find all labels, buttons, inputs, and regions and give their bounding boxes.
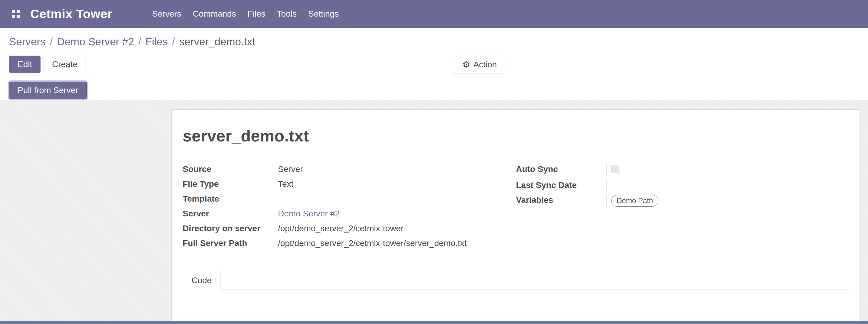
field-label-directory: Directory on server [183,223,278,234]
field-row-file-type: File Type Text [183,179,516,190]
field-label-last-sync-date: Last Sync Date [516,180,607,191]
menu-item-files[interactable]: Files [242,0,271,28]
tab-code[interactable]: Code [183,271,220,290]
record-title: server_demo.txt [183,126,849,145]
breadcrumb-link-servers[interactable]: Servers [9,36,46,48]
field-label-template: Template [183,193,278,204]
menu-item-commands[interactable]: Commands [187,0,242,28]
field-value-last-sync-date [607,180,849,191]
field-row-server: Server Demo Server #2 [183,208,516,219]
notebook-tabs: Code [183,271,849,290]
create-button[interactable]: Create [43,56,86,73]
auto-sync-checkbox[interactable] [611,165,619,173]
edit-button[interactable]: Edit [9,56,40,73]
field-value-full-path: /opt/demo_server_2/cetmix-tower/server_d… [278,238,467,249]
menu-item-tools[interactable]: Tools [271,0,303,28]
breadcrumb-separator: / [138,36,141,48]
field-label-variables: Variables [516,195,607,207]
server-link[interactable]: Demo Server #2 [278,208,340,219]
field-row-variables: Variables Demo Path [516,195,849,207]
workflow-buttons: Pull from Server [0,73,868,100]
field-value-directory: /opt/demo_server_2/cetmix-tower [278,223,404,234]
main-menu: Servers Commands Files Tools Settings [146,0,344,28]
tab-code-content [183,290,849,324]
field-row-directory: Directory on server /opt/demo_server_2/c… [183,223,516,234]
field-row-template: Template [183,193,516,204]
breadcrumb-current: server_demo.txt [179,36,255,48]
breadcrumb-separator: / [50,36,53,48]
field-label-auto-sync: Auto Sync [516,164,607,176]
form-sheet: server_demo.txt Source Server File Type … [172,109,860,324]
apps-menu-button[interactable] [9,7,22,21]
field-label-source: Source [183,164,278,175]
action-button-label: Action [473,60,497,69]
breadcrumb-link-files[interactable]: Files [146,36,168,48]
left-field-group: Source Server File Type Text Template Se… [183,164,516,253]
field-value-variables: Demo Path [607,195,849,207]
control-panel: Servers / Demo Server #2 / Files / serve… [0,28,868,100]
field-row-full-path: Full Server Path /opt/demo_server_2/cetm… [183,238,516,249]
field-label-server: Server [183,208,278,219]
brand-link[interactable]: Cetmix Tower [30,7,113,21]
apps-grid-icon [12,10,20,18]
breadcrumb-link-demo-server[interactable]: Demo Server #2 [57,36,134,48]
action-dropdown-button[interactable]: ⚙ Action [454,56,505,73]
bottom-strip [0,321,868,324]
field-label-full-path: Full Server Path [183,238,278,249]
menu-item-settings[interactable]: Settings [303,0,344,28]
breadcrumb-separator: / [172,36,175,48]
field-groups: Source Server File Type Text Template Se… [183,164,849,253]
field-value-auto-sync [607,164,849,176]
field-label-file-type: File Type [183,179,278,190]
content-area: server_demo.txt Source Server File Type … [0,100,868,324]
field-value-source: Server [278,164,303,175]
variable-tag-demo-path: Demo Path [611,195,658,207]
field-row-auto-sync: Auto Sync [516,164,849,176]
menu-item-servers[interactable]: Servers [146,0,187,28]
breadcrumb: Servers / Demo Server #2 / Files / serve… [0,28,868,56]
top-navbar: Cetmix Tower Servers Commands Files Tool… [0,0,868,28]
field-row-last-sync-date: Last Sync Date [516,180,849,191]
gear-icon: ⚙ [462,60,470,69]
control-panel-buttons: Edit Create ⚙ Action [0,56,868,73]
right-field-group: Auto Sync Last Sync Date Variables Demo … [516,164,849,253]
field-value-file-type: Text [278,179,293,190]
field-row-source: Source Server [183,164,516,175]
pull-from-server-button[interactable]: Pull from Server [9,82,87,99]
